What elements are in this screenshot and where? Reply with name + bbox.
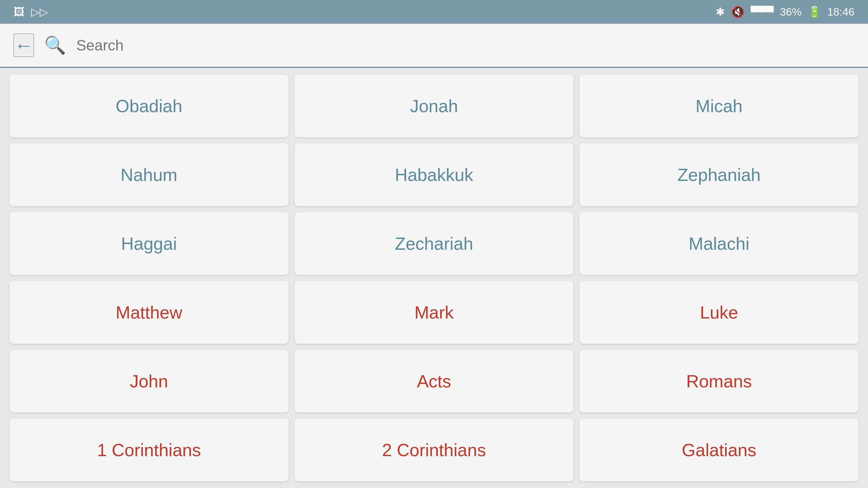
- bluetooth-icon: ✱: [716, 5, 725, 18]
- book-button[interactable]: Galatians: [579, 419, 859, 481]
- books-grid: ObadiahJonahMicahNahumHabakkukZephaniahH…: [0, 68, 868, 488]
- battery-percentage: 36%: [780, 6, 802, 18]
- status-bar: 🖼 ▷▷ ✱ 🔇 ▀▀▀ 36% 🔋 18:46: [0, 0, 868, 24]
- image-icon: 🖼: [14, 6, 24, 18]
- book-button[interactable]: Haggai: [9, 212, 289, 275]
- signal-icon: ▀▀▀: [751, 6, 774, 18]
- battery-icon: 🔋: [808, 5, 821, 18]
- book-button[interactable]: Zechariah: [295, 212, 574, 275]
- back-button[interactable]: ←: [14, 34, 34, 57]
- book-button[interactable]: Malachi: [579, 212, 859, 275]
- time: 18:46: [827, 6, 854, 18]
- status-bar-left: 🖼 ▷▷: [14, 5, 48, 18]
- book-button[interactable]: Habakkuk: [295, 143, 574, 206]
- search-input[interactable]: [76, 37, 854, 54]
- forward-icon: ▷▷: [31, 5, 48, 18]
- book-button[interactable]: Romans: [579, 350, 859, 412]
- book-button[interactable]: 2 Corinthians: [295, 419, 574, 481]
- book-button[interactable]: John: [9, 350, 289, 412]
- mute-icon: 🔇: [731, 5, 745, 18]
- book-button[interactable]: Nahum: [9, 143, 289, 206]
- book-button[interactable]: Jonah: [295, 75, 574, 137]
- search-icon: 🔍: [44, 35, 66, 56]
- book-button[interactable]: Zephaniah: [579, 143, 859, 206]
- book-button[interactable]: Matthew: [9, 281, 289, 344]
- status-bar-right: ✱ 🔇 ▀▀▀ 36% 🔋 18:46: [716, 5, 854, 18]
- search-bar: ← 🔍: [0, 24, 868, 68]
- book-button[interactable]: Luke: [579, 281, 859, 344]
- book-button[interactable]: Acts: [295, 350, 574, 412]
- book-button[interactable]: Mark: [295, 281, 574, 344]
- book-button[interactable]: Micah: [579, 75, 859, 137]
- book-button[interactable]: 1 Corinthians: [9, 419, 289, 481]
- book-button[interactable]: Obadiah: [9, 75, 289, 137]
